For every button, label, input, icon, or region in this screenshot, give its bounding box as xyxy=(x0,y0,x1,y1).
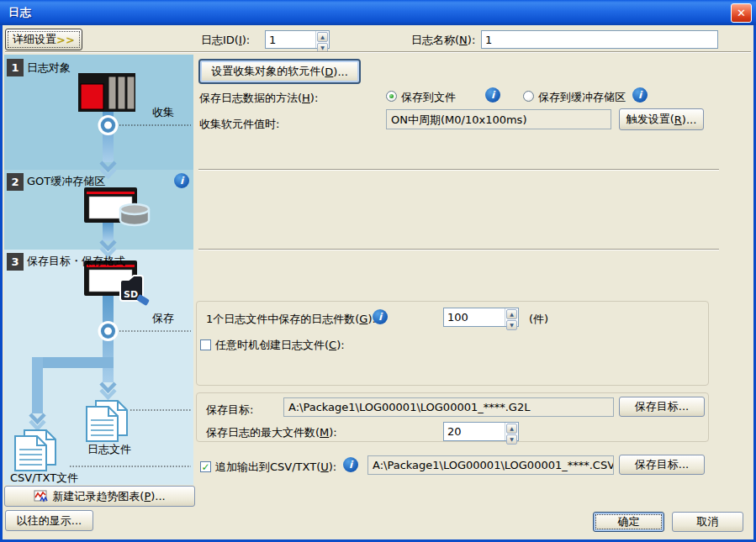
save-target-label: 保存目标: xyxy=(206,403,253,416)
close-icon: ✕ xyxy=(737,7,746,19)
save-label: 保存 xyxy=(152,311,174,326)
detail-settings-button[interactable]: 详细设置>> xyxy=(5,29,82,50)
logs-per-file-spinner[interactable]: 100 ▲ ▼ xyxy=(443,308,519,327)
window-title: 日志 xyxy=(8,5,32,20)
log-files-label: 日志文件 xyxy=(80,442,139,457)
title-bar: 日志 ✕ xyxy=(0,0,756,25)
step2-title: GOT缓冲存储区 xyxy=(27,174,105,189)
csv-output-checkbox[interactable]: ✓ xyxy=(200,461,211,472)
spin-down-icon[interactable]: ▼ xyxy=(506,320,517,330)
save-method-label: 保存日志数据的方法(H): xyxy=(199,92,318,104)
max-files-spinner[interactable]: 20 ▲ ▼ xyxy=(443,422,519,441)
info-glyph: i xyxy=(180,175,183,187)
log-name-input[interactable] xyxy=(481,30,718,49)
info-glyph: i xyxy=(491,89,494,101)
collect-timing-label: 收集软元件值时: xyxy=(199,118,279,130)
csv-output-label[interactable]: 追加输出到CSV/TXT(U): xyxy=(215,460,336,473)
log-files-icon xyxy=(87,401,127,441)
separator-2 xyxy=(198,249,719,250)
sd-card-label: SD xyxy=(124,289,138,300)
separator-1 xyxy=(198,169,719,170)
info-glyph: i xyxy=(378,311,382,323)
max-files-label: 保存日志的最大文件数(M): xyxy=(206,426,337,439)
save-target-path: A:\Package1\LOG00001\LOG00001_****.G2L xyxy=(283,397,614,417)
check-icon: ✓ xyxy=(201,461,209,473)
info-icon-buffer[interactable]: i xyxy=(174,173,189,188)
step1-title: 日志对象 xyxy=(27,61,71,76)
info-icon-log-count[interactable]: i xyxy=(373,309,388,324)
any-timing-checkbox[interactable] xyxy=(200,339,211,350)
save-target-button[interactable]: 保存目标... xyxy=(619,397,705,417)
trigger-settings-button[interactable]: 触发设置(R)... xyxy=(619,108,704,130)
log-id-label: 日志ID(I): xyxy=(201,34,250,46)
step3-title: 保存目标・保存格式 xyxy=(27,254,125,269)
step-number-badge: 1 xyxy=(7,59,24,76)
any-timing-label[interactable]: 任意时机创建日志文件(C): xyxy=(215,339,345,351)
csv-files-icon xyxy=(15,430,56,471)
step-number-badge: 3 xyxy=(7,253,24,271)
csv-output-path: A:\Package1\LOG00001\LOG00001_****.CSV xyxy=(367,455,614,475)
new-trend-chart-label: 新建记录趋势图表(P)... xyxy=(52,489,165,504)
trend-chart-icon xyxy=(34,490,49,503)
info-glyph: i xyxy=(638,89,642,101)
step-number-badge: 2 xyxy=(7,173,24,191)
max-files-value[interactable]: 20 xyxy=(444,423,505,440)
close-button[interactable]: ✕ xyxy=(731,3,752,23)
info-icon-save-buffer[interactable]: i xyxy=(632,87,648,103)
save-node-circle xyxy=(103,326,114,337)
spin-up-icon[interactable]: ▲ xyxy=(506,309,517,319)
plc-icon xyxy=(78,73,135,112)
log-id-spinner[interactable]: 1 ▲ ▼ xyxy=(265,30,330,49)
ok-button[interactable]: 确定 xyxy=(593,512,664,532)
csv-target-button[interactable]: 保存目标... xyxy=(619,455,705,475)
cancel-button[interactable]: 取消 xyxy=(672,512,743,532)
buffer-cylinder-icon xyxy=(120,204,149,225)
workflow-diagram: SD xyxy=(4,55,193,485)
flow-branch-horizontal xyxy=(32,357,114,368)
log-id-value[interactable]: 1 xyxy=(266,31,315,48)
logs-per-file-unit: (件) xyxy=(529,313,548,325)
collect-node-circle xyxy=(103,120,114,131)
spin-up-icon[interactable]: ▲ xyxy=(317,32,328,42)
top-separator xyxy=(5,51,751,52)
log-name-label: 日志名称(N): xyxy=(411,34,475,46)
new-trend-chart-button[interactable]: 新建记录趋势图表(P)... xyxy=(4,486,195,507)
flow-arrow-2 xyxy=(103,223,114,241)
logs-per-file-label: 1个日志文件中保存的日志件数(G): xyxy=(206,313,376,325)
radio-save-to-buffer[interactable] xyxy=(523,91,534,102)
detail-settings-label: 详细设置 xyxy=(13,32,56,47)
radio-save-to-buffer-label[interactable]: 保存到缓冲存储区 xyxy=(538,91,626,103)
set-collect-device-button[interactable]: 设置收集对象的软元件(D)... xyxy=(198,59,361,84)
info-icon-csv[interactable]: i xyxy=(343,457,358,472)
log-dialog-window: 日志 ✕ 详细设置>> 日志ID(I): 1 ▲ ▼ 日志名称(N): xyxy=(0,0,756,542)
collect-timing-value: ON中周期(M0/10x100ms) xyxy=(386,109,611,129)
info-icon-save-file[interactable]: i xyxy=(485,87,500,103)
radio-save-to-file[interactable] xyxy=(386,91,397,102)
logs-per-file-value[interactable]: 100 xyxy=(444,308,505,326)
spin-up-icon[interactable]: ▲ xyxy=(506,424,517,434)
expand-arrows-icon: >> xyxy=(56,34,75,46)
flow-branch-vertical xyxy=(32,357,43,413)
legacy-display-button[interactable]: 以往的显示... xyxy=(5,510,93,531)
spin-down-icon[interactable]: ▼ xyxy=(506,434,517,445)
collect-label: 收集 xyxy=(152,105,174,120)
info-glyph: i xyxy=(349,459,352,471)
csv-files-label: CSV/TXT文件 xyxy=(4,471,84,486)
radio-save-to-file-label[interactable]: 保存到文件 xyxy=(401,91,456,103)
